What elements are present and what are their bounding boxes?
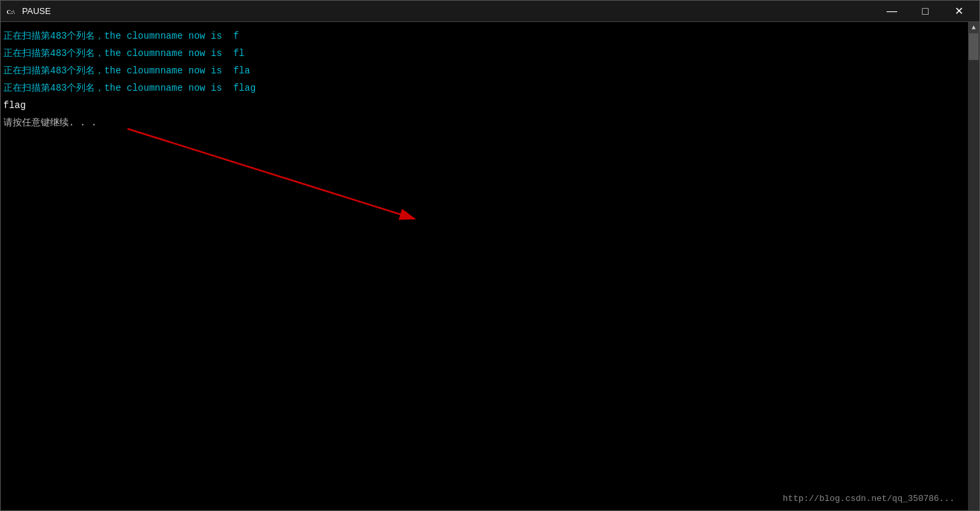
console-line-6: 请按任意键继续. . . (3, 114, 965, 131)
console-line-1: 正在扫描第483个列名，the cloumnname now is f (3, 27, 965, 45)
console-output: 正在扫描第483个列名，the cloumnname now is f 正在扫描… (1, 22, 968, 510)
console-line-4: 正在扫描第483个列名，the cloumnname now is flag (3, 79, 965, 97)
scrollbar-thumb[interactable] (969, 33, 979, 60)
console-line-3: 正在扫描第483个列名，the cloumnname now is fla (3, 62, 965, 79)
maximize-button[interactable]: □ (910, 1, 941, 22)
main-area: 正在扫描第483个列名，the cloumnname now is f 正在扫描… (1, 22, 979, 510)
console-line-5: flag (3, 97, 965, 114)
scrollbar-up-arrow[interactable]: ▲ (968, 22, 979, 33)
minimize-button[interactable]: — (877, 1, 907, 22)
svg-text:C:\: C:\ (7, 9, 15, 15)
svg-line-3 (128, 129, 415, 219)
console-line-2: 正在扫描第483个列名，the cloumnname now is fl (3, 45, 965, 62)
close-button[interactable]: ✕ (943, 1, 974, 22)
title-bar: C:\ PAUSE — □ ✕ (1, 1, 979, 22)
red-arrow-svg (67, 115, 435, 235)
cmd-icon: C:\ (6, 6, 17, 17)
cmd-window: C:\ PAUSE — □ ✕ 正在扫描第483个列名，the cloumnna… (0, 0, 980, 511)
window-title: PAUSE (22, 6, 51, 16)
scrollbar[interactable]: ▲ (968, 22, 979, 510)
title-bar-left: C:\ PAUSE (6, 6, 51, 17)
watermark: http://blog.csdn.net/qq_350786... (783, 493, 955, 505)
title-bar-controls: — □ ✕ (877, 1, 974, 22)
